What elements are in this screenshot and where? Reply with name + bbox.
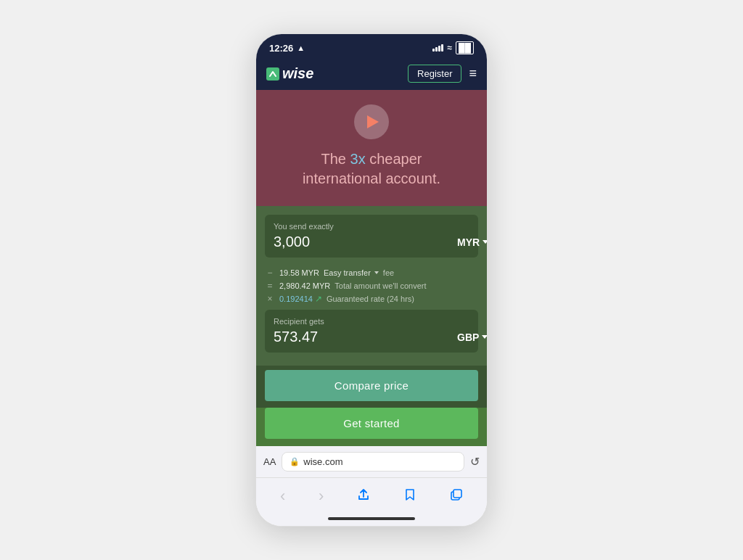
wise-logo-text: wise [282,65,313,82]
recipient-currency-selector[interactable]: GBP [457,332,488,343]
breakdown-rows: − 19.58 MYR Easy transfer fee = 2,980.42… [265,263,478,310]
action-buttons-section: Compare price [256,366,487,408]
rate-symbol: × [265,294,275,304]
bookmarks-button[interactable] [398,485,422,508]
fee-type-chevron-icon [374,271,379,274]
url-text: wise.com [303,456,342,467]
signal-bars-icon [432,44,443,52]
recipient-currency-chevron-icon [482,335,488,339]
send-currency-selector[interactable]: MYR [457,236,488,248]
wifi-icon: ≈ [447,43,452,53]
url-input[interactable]: 🔒 wise.com [282,452,464,472]
status-time: 12:26 ▲ [269,43,305,54]
send-input-row: MYR [274,234,469,250]
forward-button[interactable]: › [313,484,329,508]
hero-highlight: 3x [350,151,366,167]
rate-value-link[interactable]: 0.192414 ↗ [279,294,322,304]
get-started-section: Get started [256,408,487,446]
send-label: You send exactly [274,222,469,231]
location-icon: ▲ [297,44,305,52]
calculator-section: You send exactly MYR − 19.58 MYR Easy tr… [256,206,487,366]
play-triangle-icon [367,115,379,128]
hero-prefix: The [321,151,350,167]
recipient-label: Recipient gets [274,317,469,326]
fee-row: − 19.58 MYR Easy transfer fee [265,266,478,279]
rate-value: 0.192414 [279,295,313,303]
menu-icon[interactable]: ≡ [469,66,477,81]
recipient-input-row: GBP [274,329,469,345]
nav-right: Register ≡ [408,65,477,83]
nav-bar: wise Register ≡ [256,59,487,90]
wise-logo: wise [266,65,313,82]
phone-frame: 12:26 ▲ ≈ ██ wise Register ≡ [255,33,488,527]
send-currency-label: MYR [457,236,480,248]
hero-headline: The 3x cheaper international account. [303,149,440,189]
share-button[interactable] [351,485,376,508]
wise-logo-icon [266,67,279,81]
status-bar: 12:26 ▲ ≈ ██ [256,34,487,59]
compare-price-button[interactable]: Compare price [265,370,478,401]
send-currency-chevron-icon [483,240,488,244]
recipient-input-group: Recipient gets GBP [265,310,478,353]
total-amount: 2,980.42 MYR [279,281,330,290]
svg-rect-1 [453,490,461,498]
rate-trend-icon: ↗ [315,294,322,304]
hero-section: The 3x cheaper international account. [256,90,487,206]
send-input-group: You send exactly MYR [265,215,478,258]
rate-row: × 0.192414 ↗ Guaranteed rate (24 hrs) [265,292,478,305]
fee-amount: 19.58 MYR [279,268,319,277]
fee-symbol: − [265,268,275,278]
tabs-button[interactable] [444,485,469,507]
time-display: 12:26 [269,43,293,54]
refresh-icon[interactable]: ↺ [470,455,480,469]
total-symbol: = [265,281,275,291]
browser-bar: AA 🔒 wise.com ↺ ‹ › [256,446,487,526]
play-button[interactable] [354,104,389,139]
status-icons: ≈ ██ [432,41,474,54]
total-row: = 2,980.42 MYR Total amount we'll conver… [265,279,478,292]
aa-text[interactable]: AA [263,456,276,467]
home-indicator [328,517,415,520]
total-label: Total amount we'll convert [334,281,426,290]
hero-line2: international account. [303,170,440,186]
battery-icon: ██ [456,41,474,54]
browser-toolbar: ‹ › [256,478,487,517]
lock-icon: 🔒 [290,457,300,466]
recipient-amount-input[interactable] [274,329,457,345]
hero-suffix: cheaper [366,151,422,167]
fee-label: fee [383,268,394,277]
fee-type[interactable]: Easy transfer [324,268,379,277]
rate-label: Guaranteed rate (24 hrs) [327,295,414,303]
back-button[interactable]: ‹ [274,484,291,508]
recipient-currency-label: GBP [457,332,479,343]
url-bar: AA 🔒 wise.com ↺ [256,446,487,478]
register-button[interactable]: Register [408,65,461,83]
send-amount-input[interactable] [274,234,457,250]
get-started-button[interactable]: Get started [265,408,478,439]
